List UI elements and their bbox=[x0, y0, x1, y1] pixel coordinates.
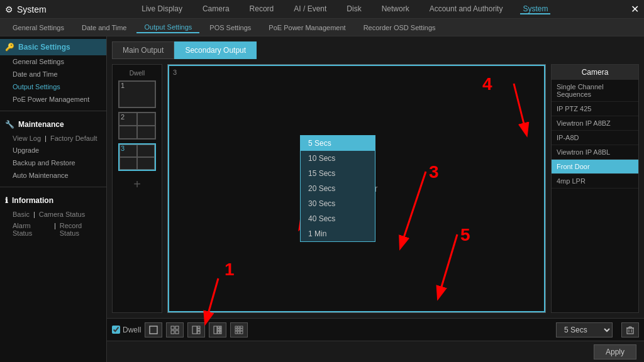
dropdown-item-20secs[interactable]: 20 Secs bbox=[301, 181, 375, 196]
layout-btn-6[interactable] bbox=[187, 322, 205, 337]
close-button[interactable]: ✕ bbox=[631, 3, 639, 15]
camera-4mp-lpr[interactable]: 4mp LPR bbox=[552, 174, 638, 189]
quad-layout-icon bbox=[170, 326, 179, 334]
lg-cell-3b bbox=[137, 145, 155, 157]
camera-single-sequences[interactable]: Single Channel Sequences bbox=[552, 80, 638, 102]
lg-cell-2b bbox=[137, 112, 155, 126]
dropdown-item-30secs[interactable]: 30 Secs bbox=[301, 196, 375, 211]
svg-rect-26 bbox=[235, 326, 237, 328]
sidebar-view-log[interactable]: View Log bbox=[13, 134, 41, 142]
apply-button[interactable]: Apply bbox=[594, 344, 636, 359]
dropdown-item-10secs[interactable]: 10 Secs bbox=[301, 151, 375, 166]
six-layout-icon bbox=[192, 326, 201, 334]
dwell-checkbox-container: Dwell bbox=[112, 326, 141, 334]
canvas-number: 3 bbox=[173, 69, 177, 76]
sidebar-date-time[interactable]: Date and Time bbox=[0, 68, 106, 80]
dwell-checkbox[interactable] bbox=[112, 326, 120, 334]
sidebar-output-settings[interactable]: Output Settings bbox=[0, 80, 106, 93]
layout-btn-4[interactable] bbox=[166, 322, 184, 337]
information-label: Information bbox=[12, 196, 53, 205]
layout-item-2: 2 bbox=[118, 112, 156, 140]
sidebar-alarm-status[interactable]: Alarm Status bbox=[13, 222, 50, 237]
nav-system[interactable]: System bbox=[520, 4, 550, 14]
layout-btn-9[interactable] bbox=[230, 322, 248, 337]
tab-main-output[interactable]: Main Output bbox=[112, 41, 174, 59]
nav-disk[interactable]: Disk bbox=[344, 4, 364, 14]
camera-front-door[interactable]: Front Door bbox=[552, 160, 638, 174]
subnav-output-settings[interactable]: Output Settings bbox=[136, 22, 199, 33]
layout-item-1: 1 bbox=[118, 80, 156, 108]
nav-account[interactable]: Account and Authority bbox=[427, 4, 506, 14]
sidebar-auto-maintenance[interactable]: Auto Maintenance bbox=[0, 169, 106, 182]
subnav-general-settings[interactable]: General Settings bbox=[5, 23, 72, 33]
layout-add-button[interactable]: + bbox=[133, 177, 141, 192]
sidebar-upgrade[interactable]: Upgrade bbox=[0, 144, 106, 156]
camera-viewtron-a8bl[interactable]: Viewtron IP A8BL bbox=[552, 145, 638, 160]
subnav-poe-power[interactable]: PoE Power Management bbox=[261, 23, 353, 33]
nav-camera[interactable]: Camera bbox=[200, 4, 232, 14]
sidebar-backup-restore[interactable]: Backup and Restore bbox=[0, 156, 106, 169]
nav-record[interactable]: Record bbox=[247, 4, 277, 14]
svg-rect-32 bbox=[235, 331, 237, 334]
nav-ai-event[interactable]: AI / Event bbox=[291, 4, 329, 14]
sidebar-information-header[interactable]: ℹ Information bbox=[0, 192, 106, 209]
top-nav-right: ✕ bbox=[631, 3, 639, 15]
layout-btn-1[interactable] bbox=[145, 322, 162, 337]
svg-rect-17 bbox=[197, 329, 200, 331]
lg-cell-3c bbox=[119, 157, 137, 170]
dropdown-item-15secs[interactable]: 15 Secs bbox=[301, 166, 375, 181]
dropdown-item-5secs[interactable]: 5 Secs bbox=[301, 136, 375, 151]
svg-rect-30 bbox=[238, 329, 240, 331]
camera-ip-a8d[interactable]: IP-A8D bbox=[552, 131, 638, 145]
svg-text:3: 3 bbox=[429, 162, 439, 182]
svg-text:1: 1 bbox=[225, 260, 235, 279]
lg-cell-2d bbox=[137, 126, 155, 139]
nav-live-display[interactable]: Live Display bbox=[139, 4, 185, 14]
dwell-select[interactable]: 5 Secs 10 Secs 15 Secs 20 Secs 30 Secs bbox=[556, 322, 613, 337]
gear-icon: ⚙ bbox=[5, 4, 13, 14]
trash-icon bbox=[625, 325, 635, 335]
dropdown-item-40secs[interactable]: 40 Secs bbox=[301, 211, 375, 226]
layout-item-3: 3 bbox=[118, 143, 156, 171]
subnav-date-time[interactable]: Date and Time bbox=[74, 23, 135, 33]
sub-nav: General Settings Date and Time Output Se… bbox=[0, 19, 644, 36]
sidebar-record-status[interactable]: Record Status bbox=[60, 222, 101, 237]
camera-panel-header: Camera bbox=[552, 65, 638, 80]
sidebar-basic[interactable]: Basic bbox=[13, 211, 30, 218]
svg-text:5: 5 bbox=[460, 225, 470, 244]
layout-btn-8[interactable] bbox=[209, 322, 226, 337]
sidebar-camera-status[interactable]: Camera Status bbox=[39, 211, 85, 218]
output-tabs: Main Output Secondary Output bbox=[107, 36, 644, 59]
sidebar-section-basic: 🔑 Basic Settings General Settings Date a… bbox=[0, 36, 106, 108]
svg-rect-20 bbox=[218, 326, 219, 328]
dwell-label: Dwell bbox=[130, 70, 145, 77]
svg-rect-28 bbox=[240, 326, 243, 328]
svg-rect-31 bbox=[240, 329, 243, 331]
wrench-icon: 🔧 bbox=[5, 120, 14, 129]
camera-panel: Camera Single Channel Sequences IP PTZ 4… bbox=[551, 64, 639, 313]
output-area: Dwell 1 2 bbox=[107, 59, 644, 318]
bottom-bar: Dwell 5 Secs bbox=[107, 318, 644, 341]
sidebar-factory-default[interactable]: Factory Default bbox=[50, 134, 97, 142]
svg-line-4 bbox=[401, 172, 426, 247]
basic-settings-label: Basic Settings bbox=[18, 43, 70, 52]
camera-ip-ptz-425[interactable]: IP PTZ 425 bbox=[552, 102, 638, 116]
dropdown-item-1min[interactable]: 1 Min bbox=[301, 226, 375, 241]
sidebar-poe-power[interactable]: PoE Power Management bbox=[0, 93, 106, 106]
svg-rect-11 bbox=[171, 326, 174, 329]
camera-viewtron-a8bz[interactable]: Viewtron IP A8BZ bbox=[552, 116, 638, 131]
trash-button[interactable] bbox=[621, 322, 639, 337]
tab-secondary-output[interactable]: Secondary Output bbox=[174, 41, 257, 59]
subnav-pos-settings[interactable]: POS Settings bbox=[202, 23, 258, 33]
sidebar: 🔑 Basic Settings General Settings Date a… bbox=[0, 36, 107, 362]
svg-rect-16 bbox=[197, 326, 200, 328]
sidebar-general-settings[interactable]: General Settings bbox=[0, 55, 106, 68]
sidebar-maintenance-header[interactable]: 🔧 Maintenance bbox=[0, 116, 106, 133]
sidebar-basic-settings-header[interactable]: 🔑 Basic Settings bbox=[0, 39, 106, 55]
svg-rect-15 bbox=[192, 326, 197, 334]
svg-line-8 bbox=[438, 234, 457, 297]
arrow-3-svg: 3 bbox=[388, 165, 476, 266]
main-layout: 🔑 Basic Settings General Settings Date a… bbox=[0, 36, 644, 362]
subnav-recorder-osd[interactable]: Recorder OSD Settings bbox=[356, 23, 443, 33]
nav-network[interactable]: Network bbox=[379, 4, 412, 14]
